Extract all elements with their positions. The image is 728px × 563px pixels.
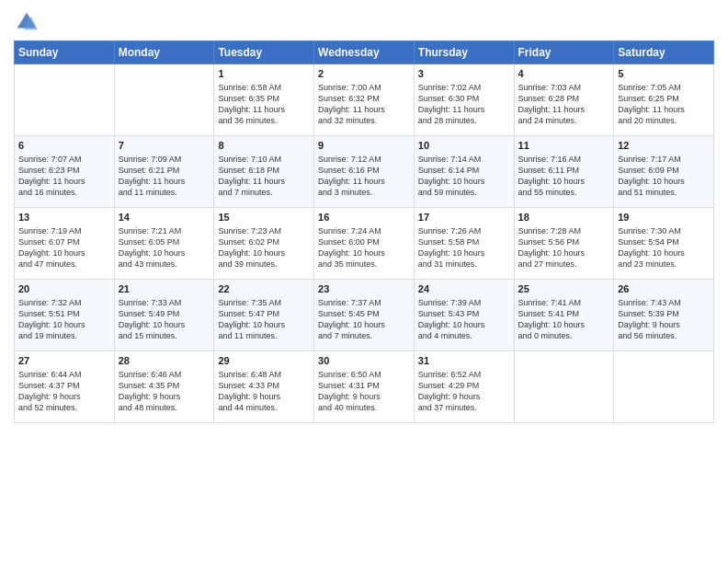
calendar-cell: 8Sunrise: 7:10 AMSunset: 6:18 PMDaylight… <box>214 136 314 208</box>
logo <box>14 9 43 35</box>
cell-content: Sunrise: 6:46 AMSunset: 4:35 PMDaylight:… <box>119 369 210 414</box>
calendar-cell: 21Sunrise: 7:33 AMSunset: 5:49 PMDayligh… <box>114 280 214 351</box>
calendar-cell: 15Sunrise: 7:23 AMSunset: 6:02 PMDayligh… <box>214 208 314 280</box>
cell-content: Sunrise: 7:16 AMSunset: 6:11 PMDaylight:… <box>518 154 610 199</box>
cell-content: Sunrise: 7:41 AMSunset: 5:41 PMDaylight:… <box>518 297 610 342</box>
calendar-cell: 28Sunrise: 6:46 AMSunset: 4:35 PMDayligh… <box>114 351 214 423</box>
calendar-cell: 26Sunrise: 7:43 AMSunset: 5:39 PMDayligh… <box>614 280 714 351</box>
calendar-cell: 22Sunrise: 7:35 AMSunset: 5:47 PMDayligh… <box>214 280 314 351</box>
day-number: 26 <box>618 282 710 296</box>
calendar-cell: 4Sunrise: 7:03 AMSunset: 6:28 PMDaylight… <box>514 64 614 136</box>
cell-content: Sunrise: 7:19 AMSunset: 6:07 PMDaylight:… <box>18 225 110 270</box>
calendar-cell: 11Sunrise: 7:16 AMSunset: 6:11 PMDayligh… <box>514 136 614 208</box>
cell-content: Sunrise: 7:07 AMSunset: 6:23 PMDaylight:… <box>18 154 110 199</box>
calendar-cell: 7Sunrise: 7:09 AMSunset: 6:21 PMDaylight… <box>114 136 214 208</box>
cell-content: Sunrise: 7:23 AMSunset: 6:02 PMDaylight:… <box>218 225 310 270</box>
day-number: 12 <box>618 139 710 153</box>
day-number: 8 <box>218 139 310 153</box>
header <box>14 9 714 35</box>
cell-content: Sunrise: 7:17 AMSunset: 6:09 PMDaylight:… <box>618 154 710 199</box>
cell-content: Sunrise: 7:26 AMSunset: 5:58 PMDaylight:… <box>418 225 510 270</box>
calendar-cell <box>514 351 614 423</box>
calendar-cell: 9Sunrise: 7:12 AMSunset: 6:16 PMDaylight… <box>314 136 415 208</box>
day-number: 30 <box>318 354 410 368</box>
day-header: Thursday <box>414 41 514 64</box>
day-number: 19 <box>618 211 710 224</box>
day-number: 29 <box>218 354 310 368</box>
day-number: 13 <box>18 211 110 224</box>
day-header: Wednesday <box>314 41 415 64</box>
cell-content: Sunrise: 7:09 AMSunset: 6:21 PMDaylight:… <box>119 154 210 199</box>
calendar-cell: 23Sunrise: 7:37 AMSunset: 5:45 PMDayligh… <box>314 280 415 351</box>
calendar-row: 20Sunrise: 7:32 AMSunset: 5:51 PMDayligh… <box>15 280 714 351</box>
day-number: 22 <box>218 282 310 296</box>
calendar-cell <box>15 64 115 136</box>
cell-content: Sunrise: 6:44 AMSunset: 4:37 PMDaylight:… <box>18 369 110 414</box>
calendar-table: SundayMondayTuesdayWednesdayThursdayFrid… <box>14 40 714 423</box>
day-number: 24 <box>418 282 510 296</box>
cell-content: Sunrise: 7:00 AMSunset: 6:32 PMDaylight:… <box>318 82 410 127</box>
cell-content: Sunrise: 7:37 AMSunset: 5:45 PMDaylight:… <box>318 297 410 342</box>
day-number: 2 <box>318 67 410 81</box>
day-header: Tuesday <box>214 41 314 64</box>
calendar-cell <box>614 351 714 423</box>
day-number: 18 <box>518 211 610 224</box>
calendar-cell: 3Sunrise: 7:02 AMSunset: 6:30 PMDaylight… <box>414 64 514 136</box>
calendar-cell: 2Sunrise: 7:00 AMSunset: 6:32 PMDaylight… <box>314 64 415 136</box>
day-number: 21 <box>119 282 210 296</box>
cell-content: Sunrise: 7:35 AMSunset: 5:47 PMDaylight:… <box>218 297 310 342</box>
cell-content: Sunrise: 6:48 AMSunset: 4:33 PMDaylight:… <box>218 369 310 414</box>
cell-content: Sunrise: 6:52 AMSunset: 4:29 PMDaylight:… <box>418 369 510 414</box>
day-number: 5 <box>618 67 710 81</box>
calendar-cell: 30Sunrise: 6:50 AMSunset: 4:31 PMDayligh… <box>314 351 415 423</box>
logo-icon <box>14 9 40 35</box>
day-number: 3 <box>418 67 510 81</box>
day-number: 11 <box>518 139 610 153</box>
cell-content: Sunrise: 7:05 AMSunset: 6:25 PMDaylight:… <box>618 82 710 127</box>
calendar-cell: 13Sunrise: 7:19 AMSunset: 6:07 PMDayligh… <box>15 208 115 280</box>
cell-content: Sunrise: 7:28 AMSunset: 5:56 PMDaylight:… <box>518 225 610 270</box>
calendar-cell: 29Sunrise: 6:48 AMSunset: 4:33 PMDayligh… <box>214 351 314 423</box>
calendar-cell: 17Sunrise: 7:26 AMSunset: 5:58 PMDayligh… <box>414 208 514 280</box>
calendar-cell: 19Sunrise: 7:30 AMSunset: 5:54 PMDayligh… <box>614 208 714 280</box>
cell-content: Sunrise: 7:24 AMSunset: 6:00 PMDaylight:… <box>318 225 410 270</box>
calendar-cell: 12Sunrise: 7:17 AMSunset: 6:09 PMDayligh… <box>614 136 714 208</box>
day-number: 10 <box>418 139 510 153</box>
calendar-cell: 27Sunrise: 6:44 AMSunset: 4:37 PMDayligh… <box>15 351 115 423</box>
day-number: 23 <box>318 282 410 296</box>
cell-content: Sunrise: 7:33 AMSunset: 5:49 PMDaylight:… <box>119 297 210 342</box>
calendar-row: 6Sunrise: 7:07 AMSunset: 6:23 PMDaylight… <box>15 136 714 208</box>
calendar-cell: 5Sunrise: 7:05 AMSunset: 6:25 PMDaylight… <box>614 64 714 136</box>
calendar-cell: 31Sunrise: 6:52 AMSunset: 4:29 PMDayligh… <box>414 351 514 423</box>
calendar-cell: 24Sunrise: 7:39 AMSunset: 5:43 PMDayligh… <box>414 280 514 351</box>
day-number: 17 <box>418 211 510 224</box>
calendar-page: SundayMondayTuesdayWednesdayThursdayFrid… <box>0 0 728 432</box>
day-number: 31 <box>418 354 510 368</box>
cell-content: Sunrise: 7:02 AMSunset: 6:30 PMDaylight:… <box>418 82 510 127</box>
day-number: 27 <box>18 354 110 368</box>
day-number: 4 <box>518 67 610 81</box>
day-number: 28 <box>119 354 210 368</box>
calendar-cell: 6Sunrise: 7:07 AMSunset: 6:23 PMDaylight… <box>15 136 115 208</box>
day-number: 15 <box>218 211 310 224</box>
cell-content: Sunrise: 7:32 AMSunset: 5:51 PMDaylight:… <box>18 297 110 342</box>
cell-content: Sunrise: 7:14 AMSunset: 6:14 PMDaylight:… <box>418 154 510 199</box>
day-number: 16 <box>318 211 410 224</box>
cell-content: Sunrise: 7:21 AMSunset: 6:05 PMDaylight:… <box>119 225 210 270</box>
day-header: Friday <box>514 41 614 64</box>
day-header: Sunday <box>15 41 115 64</box>
day-number: 7 <box>119 139 210 153</box>
cell-content: Sunrise: 7:10 AMSunset: 6:18 PMDaylight:… <box>218 154 310 199</box>
calendar-cell: 10Sunrise: 7:14 AMSunset: 6:14 PMDayligh… <box>414 136 514 208</box>
header-row: SundayMondayTuesdayWednesdayThursdayFrid… <box>15 41 714 64</box>
calendar-row: 27Sunrise: 6:44 AMSunset: 4:37 PMDayligh… <box>15 351 714 423</box>
day-number: 20 <box>18 282 110 296</box>
cell-content: Sunrise: 7:03 AMSunset: 6:28 PMDaylight:… <box>518 82 610 127</box>
day-number: 6 <box>18 139 110 153</box>
calendar-cell <box>114 64 214 136</box>
day-number: 25 <box>518 282 610 296</box>
day-header: Monday <box>114 41 214 64</box>
calendar-cell: 25Sunrise: 7:41 AMSunset: 5:41 PMDayligh… <box>514 280 614 351</box>
calendar-cell: 18Sunrise: 7:28 AMSunset: 5:56 PMDayligh… <box>514 208 614 280</box>
cell-content: Sunrise: 7:39 AMSunset: 5:43 PMDaylight:… <box>418 297 510 342</box>
